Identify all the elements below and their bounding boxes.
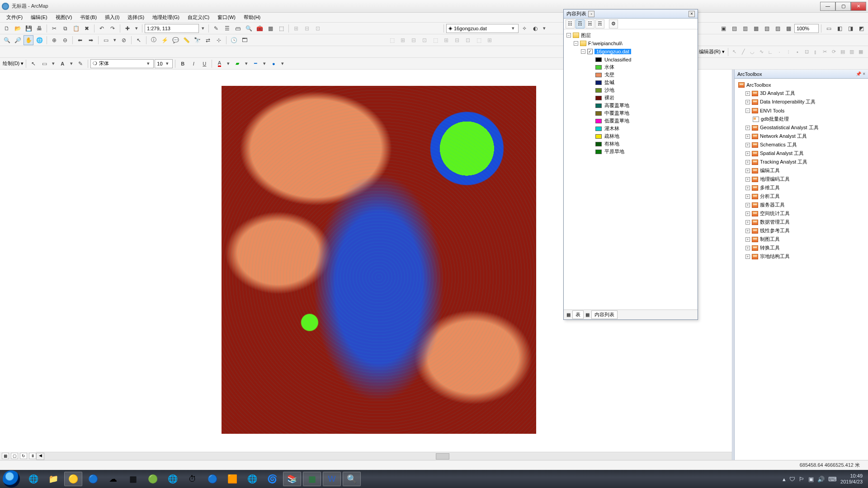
- taskbar-app8-icon[interactable]: 🌀: [263, 472, 281, 486]
- expand-icon[interactable]: +: [745, 151, 750, 156]
- zoom-out-icon[interactable]: 🔎: [13, 35, 23, 45]
- marker-color-dropdown[interactable]: ▾: [279, 61, 286, 66]
- font-size[interactable]: 10▾: [155, 59, 173, 68]
- close-button[interactable]: ✕: [851, 2, 866, 11]
- legend-row[interactable]: 高覆盖草地: [566, 102, 695, 109]
- bold-icon[interactable]: B: [178, 59, 188, 69]
- expand-icon[interactable]: +: [745, 254, 750, 259]
- gp4-icon[interactable]: ▦: [751, 23, 761, 33]
- expand-icon[interactable]: +: [745, 91, 750, 96]
- gp1-icon[interactable]: ▣: [718, 23, 728, 33]
- misc2-icon[interactable]: ◧: [835, 23, 844, 33]
- expand-icon[interactable]: +: [745, 220, 750, 225]
- open-icon[interactable]: 📂: [13, 23, 23, 33]
- add-data-icon[interactable]: ✚: [123, 23, 132, 33]
- marker-color-icon[interactable]: ●: [269, 59, 278, 69]
- italic-icon[interactable]: I: [189, 59, 198, 69]
- copy-icon[interactable]: ⧉: [60, 23, 70, 33]
- toolbox-item[interactable]: −ENVI Tools: [737, 106, 865, 115]
- edit-vertices-icon[interactable]: ✎: [75, 59, 85, 69]
- draw-menu[interactable]: 绘制(D) ▾: [3, 60, 24, 67]
- toolbox-item[interactable]: +数据管理工具: [737, 218, 865, 226]
- minimize-button[interactable]: —: [820, 2, 835, 11]
- print-icon[interactable]: 🖶: [34, 23, 44, 33]
- taskbar-chrome-icon[interactable]: 🟡: [64, 472, 82, 486]
- clear-selection-icon[interactable]: ⊘: [119, 35, 129, 45]
- toolbox-item[interactable]: +服务器工具: [737, 201, 865, 209]
- delete-icon[interactable]: ✖: [82, 23, 92, 33]
- full-extent-icon[interactable]: 🌐: [34, 35, 44, 45]
- scale-dropdown[interactable]: ▾: [200, 25, 206, 31]
- legend-row[interactable]: 裸岩: [566, 94, 695, 102]
- measure-icon[interactable]: 📏: [181, 35, 191, 45]
- gp7-icon[interactable]: ▩: [783, 23, 793, 33]
- swipe-dropdown[interactable]: ▾: [541, 25, 547, 31]
- toc-options-icon[interactable]: ⚙: [609, 19, 618, 28]
- toolbox-root[interactable]: ArcToolbox: [746, 82, 771, 88]
- arctoolbox-icon[interactable]: 🧰: [255, 23, 264, 33]
- menu-selection[interactable]: 选择(S): [124, 13, 148, 22]
- expand-icon[interactable]: +: [745, 134, 750, 139]
- toc-list-by-visibility-icon[interactable]: ☵: [585, 19, 594, 28]
- zoom-pct[interactable]: 100%: [794, 24, 819, 33]
- html-popup-icon[interactable]: 💬: [170, 35, 180, 45]
- tray-net-icon[interactable]: ▣: [808, 476, 814, 483]
- fill-color-icon[interactable]: ▰: [232, 59, 242, 69]
- pan-icon[interactable]: ✋: [24, 35, 33, 45]
- layout-view-tab[interactable]: ▢: [11, 453, 18, 459]
- tray-shield-icon[interactable]: 🛡: [789, 476, 795, 483]
- menu-customize[interactable]: 自定义(C): [184, 13, 213, 22]
- editor-menu[interactable]: 编辑器(R) ▾: [697, 47, 726, 56]
- expand-icon[interactable]: +: [745, 211, 750, 216]
- legend-row[interactable]: 中覆盖草地: [566, 109, 695, 117]
- expand-icon[interactable]: +: [745, 100, 750, 104]
- fixed-zoomin-icon[interactable]: ⊕: [49, 35, 59, 45]
- toolbox-item[interactable]: +宗地结构工具: [737, 252, 865, 261]
- toolbox-item[interactable]: +Tracking Analyst 工具: [737, 158, 865, 166]
- toolbox-item[interactable]: +Network Analyst 工具: [737, 132, 865, 141]
- add-data-dropdown[interactable]: ▾: [133, 25, 140, 31]
- tray-ime-icon[interactable]: ⌨: [828, 476, 837, 483]
- toolbox-item[interactable]: +Data Interoperability 工具: [737, 98, 865, 106]
- legend-row[interactable]: 灌木林: [566, 125, 695, 132]
- legend-row[interactable]: Unclassified: [566, 56, 695, 63]
- taskbar-app1-icon[interactable]: 🔵: [84, 472, 102, 486]
- modelbuilder-icon[interactable]: ⬚: [276, 23, 286, 33]
- expand-icon[interactable]: +: [745, 169, 750, 173]
- gp2-icon[interactable]: ▤: [729, 23, 739, 33]
- select-dropdown[interactable]: ▾: [112, 37, 118, 43]
- taskbar-app4-icon[interactable]: 🟢: [144, 472, 162, 486]
- menu-edit[interactable]: 编辑(E): [27, 13, 51, 22]
- text-icon[interactable]: A: [57, 59, 67, 69]
- expand-icon[interactable]: −: [745, 108, 750, 113]
- paste-icon[interactable]: 📋: [71, 23, 81, 33]
- toc-pin-icon[interactable]: ▫: [588, 11, 594, 17]
- catalog-icon[interactable]: 🗃: [233, 23, 243, 33]
- scale-input[interactable]: 1:279, 113: [145, 24, 199, 33]
- time-slider-icon[interactable]: 🕓: [229, 35, 239, 45]
- toc-list-by-source-icon[interactable]: ☶: [576, 19, 585, 28]
- hyperlink-icon[interactable]: ⚡: [160, 35, 170, 45]
- expand-icon[interactable]: +: [745, 203, 750, 207]
- menu-help[interactable]: 帮助(H): [240, 13, 264, 22]
- expand-icon[interactable]: +: [745, 246, 750, 250]
- line-color-dropdown[interactable]: ▾: [261, 61, 268, 66]
- zoom-in-icon[interactable]: 🔍: [2, 35, 12, 45]
- toolbox-item[interactable]: +空间统计工具: [737, 209, 865, 218]
- layer-name[interactable]: 16gongzuo.dat: [594, 49, 631, 54]
- select-elements-icon[interactable]: ↖: [134, 35, 144, 45]
- taskbar-ie2-icon[interactable]: 🌐: [164, 472, 182, 486]
- taskbar-arcmap-icon[interactable]: 🔍: [343, 472, 361, 486]
- menu-window[interactable]: 窗口(W): [214, 13, 239, 22]
- legend-row[interactable]: 平原旱地: [566, 148, 695, 155]
- search-window-icon[interactable]: 🔍: [244, 23, 254, 33]
- effects-icon[interactable]: ✧: [519, 23, 529, 33]
- layer-combo[interactable]: ◈16gongzuo.dat▾: [446, 24, 519, 33]
- toc-path[interactable]: F:\weipianchuli\: [588, 41, 623, 46]
- misc4-icon[interactable]: ◩: [856, 23, 866, 33]
- goto-xy-icon[interactable]: ⊹: [214, 35, 224, 45]
- expand-icon[interactable]: −: [574, 41, 578, 46]
- font-color-icon[interactable]: A: [214, 59, 224, 69]
- toc-foot-tab-table[interactable]: 表: [572, 310, 584, 319]
- taskbar-app2-icon[interactable]: ☁: [104, 472, 122, 486]
